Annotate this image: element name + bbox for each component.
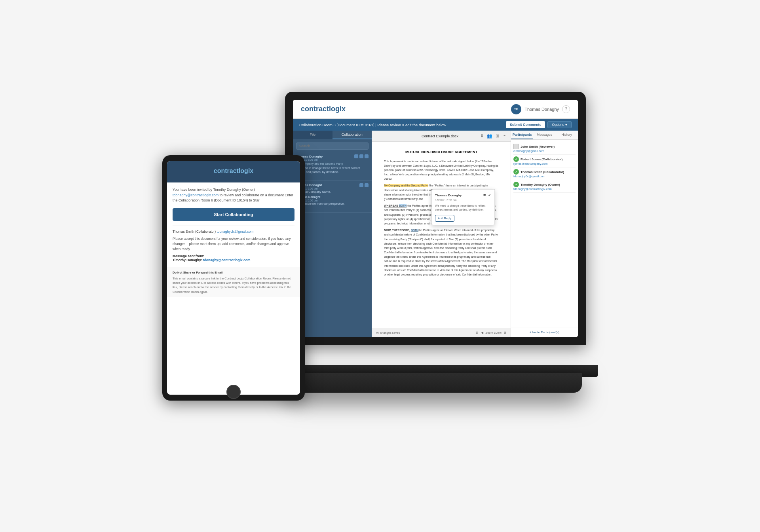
comment1-user: Thomas Donaghy: [296, 154, 369, 158]
comment1-reply[interactable]: Reply: [296, 175, 369, 178]
tablet-home-button[interactable]: [226, 385, 241, 399]
zoom-level: Zoom 100%: [486, 331, 502, 334]
sidebar-search-area: [293, 139, 372, 152]
banner-buttons: Submit Comments Options ▾: [506, 121, 572, 128]
comment2-subtext: Thomas Donaght: [296, 195, 369, 199]
tablet-warning: Do Not Share or Forward this Email This …: [167, 267, 300, 297]
tablet-invite-text: You have been invited by Timothy Donaghy…: [173, 187, 294, 203]
tab-messages[interactable]: Messages: [533, 131, 555, 139]
app-logo: contractlogix: [301, 105, 346, 113]
both-highlight2: BOTH: [411, 229, 418, 232]
popup-user: Thomas Donaghy ✏ ✓: [435, 193, 491, 198]
doc-toolbar: Contract Example.docx ⬇ 👥 ⊞ ⋯: [372, 131, 511, 142]
comment2-icon1: [359, 183, 363, 187]
grid-icon[interactable]: ⊞: [496, 133, 499, 139]
add-reply-button[interactable]: Add Reply: [435, 215, 454, 222]
participant-2: ✓ Robert Jones (Collaborator) rjones@abc…: [513, 155, 576, 167]
laptop-body: contractlogix TD Thomas Donaghy ? Collab…: [285, 92, 586, 345]
comment1-filename: My Company and the Second Party: [296, 162, 369, 165]
both-highlight1: BOTH: [399, 204, 407, 207]
comment1-icon1: [354, 154, 358, 158]
p4-email: tdonaghy@contractlogix.com: [513, 187, 576, 191]
p1-email: clm0naghy@gmail.com: [513, 149, 576, 153]
laptop-screen: contractlogix TD Thomas Donaghy ? Collab…: [293, 100, 578, 337]
main-scene: contractlogix TD Thomas Donaghy ? Collab…: [162, 68, 598, 464]
toolbar-icons: ⬇ 👥 ⊞ ⋯: [480, 133, 507, 139]
logo-prefix: contract: [301, 105, 329, 113]
right-panel-tabs: Participants Messages History: [511, 131, 578, 140]
comment1-time: 1/5/2021 5:05 pm: [296, 158, 369, 161]
tab-file[interactable]: File: [293, 131, 332, 139]
whereas-prefix: WHEREAS: [384, 204, 399, 207]
tablet-owner-link[interactable]: tdonaghy@contractlogix.com: [173, 193, 218, 197]
therefore-prefix: NOW, THEREFORE,: [384, 229, 411, 232]
tablet-email-body: You have been invited by Timothy Donaghy…: [167, 182, 300, 267]
users-icon[interactable]: 👥: [487, 133, 492, 139]
doc-filename: Contract Example.docx: [422, 134, 458, 138]
nav-prev-icon[interactable]: ◀: [481, 331, 483, 334]
tablet-sender-email[interactable]: tdonaghy@contractlogix.com: [203, 258, 251, 262]
doc-para1: This Agreement is made and entered into …: [384, 159, 499, 181]
right-panel: Participants Messages History John Smith…: [511, 131, 578, 337]
comment2-time: 1/5/2021 5:06 pm: [296, 187, 369, 190]
popup-check-icon[interactable]: ✓: [488, 193, 491, 198]
user-name: Thomas Donaghy: [524, 107, 559, 112]
sidebar-tabs: File Collaboration: [293, 131, 372, 139]
popup-text: We need to change these items to reflect…: [435, 204, 491, 212]
sidebar-search-input[interactable]: [296, 142, 369, 150]
tablet-screen: contractlogix You have been invited by T…: [167, 161, 300, 395]
comment2-time2: 1/5/2021 5:06 pm: [296, 199, 369, 202]
participants-list: John Smith (Reviewer) clm0naghy@gmail.co…: [511, 140, 578, 327]
logo-suffix: logix: [329, 105, 346, 113]
p1-name: John Smith (Reviewer): [513, 144, 576, 149]
tab-history[interactable]: History: [556, 131, 578, 139]
banner-text: Collaboration Room 8 [Document ID #10161…: [299, 123, 447, 127]
tablet: contractlogix You have been invited by T…: [162, 155, 305, 401]
p4-name: ✓ Timothy Donaghy (Owner): [513, 182, 576, 187]
comment2-text: In formal Company Name.: [296, 190, 369, 194]
p4-check-icon: ✓: [513, 182, 519, 187]
comment2-reply[interactable]: Reply: [296, 207, 369, 210]
popup-edit-icon[interactable]: ✏: [483, 193, 486, 198]
invite-participants-button[interactable]: + Invite Participant(s): [511, 327, 578, 337]
comment1-icon2: [359, 154, 363, 158]
sidebar: File Collaboration Thomas Donaghy: [293, 131, 372, 337]
doc-para4: NOW, THEREFORE, BOTHthe Parties agree as…: [384, 228, 499, 277]
tab-collaboration[interactable]: Collaboration: [332, 131, 372, 139]
help-icon[interactable]: ?: [562, 105, 570, 113]
warning-text: This email contains a secure link to the…: [173, 276, 294, 294]
tablet-collaborator: Thomas Smith (Collaborator) tdonaghyclx@…: [173, 229, 294, 234]
tablet-divider: [173, 226, 294, 226]
comment2-icon2: [365, 183, 369, 187]
laptop-foot: [289, 373, 582, 393]
participant-3: ✓ Thomas Smith (Collaborator) tdonaghy0c…: [513, 167, 576, 180]
app-user-area: TD Thomas Donaghy ?: [511, 104, 570, 114]
start-collaborating-button[interactable]: Start Collaborating: [173, 208, 294, 221]
zoom-controls: ⊟ ◀ Zoom 100% ⊞: [476, 331, 507, 334]
app-main: File Collaboration Thomas Donaghy: [293, 131, 578, 337]
participant-4: ✓ Timothy Donaghy (Owner) tdonaghy@contr…: [513, 180, 576, 193]
warning-title: Do Not Share or Forward this Email: [173, 270, 294, 275]
document-area: Contract Example.docx ⬇ 👥 ⊞ ⋯ MUTUAL NON…: [372, 131, 511, 337]
submit-comments-button[interactable]: Submit Comments: [506, 121, 545, 128]
tab-participants[interactable]: Participants: [511, 131, 533, 139]
p3-check-icon: ✓: [513, 169, 519, 175]
laptop: contractlogix TD Thomas Donaghy ? Collab…: [273, 92, 598, 416]
options-button[interactable]: Options ▾: [547, 121, 572, 128]
tablet-message: Please accept this document for your rev…: [173, 236, 294, 251]
document-content: MUTUAL NON-DISCLOSURE AGREEMENT This Agr…: [372, 142, 511, 328]
tablet-collaborator-email[interactable]: tdonaghyclx@gmail.com.: [217, 230, 255, 234]
app-banner: Collaboration Room 8 [Document ID #10161…: [293, 119, 578, 131]
comment1-icons: [354, 154, 369, 158]
tablet-logo: contractlogix: [173, 167, 294, 175]
p3-name: ✓ Thomas Smith (Collaborator): [513, 169, 576, 175]
zoom-in-icon[interactable]: ⊞: [504, 331, 507, 334]
p3-email: tdonaghy0c@gmail.com: [513, 175, 576, 178]
zoom-out-icon[interactable]: ⊟: [476, 331, 479, 334]
doc-footer: All changes saved ⊟ ◀ Zoom 100% ⊞: [372, 328, 511, 337]
comment2-icons: [359, 183, 369, 187]
download-icon[interactable]: ⬇: [480, 133, 484, 139]
tablet-message-from-label: Message sent from: Timothy Donaghy: tdon…: [173, 254, 294, 262]
more-icon[interactable]: ⋯: [502, 133, 507, 139]
participant-1: John Smith (Reviewer) clm0naghy@gmail.co…: [513, 142, 576, 155]
